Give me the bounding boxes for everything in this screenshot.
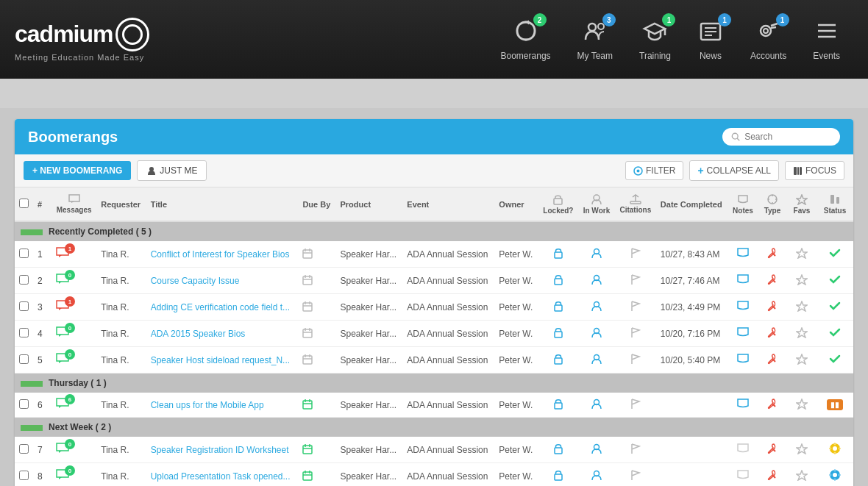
svg-rect-77 — [555, 448, 562, 454]
row-title-link[interactable]: Speaker Registration ID Worksheet — [151, 445, 289, 455]
flag-icon — [630, 301, 641, 312]
row-notes — [728, 393, 758, 418]
svg-point-13 — [732, 133, 738, 139]
group-row: Thursday ( 1 ) — [15, 374, 853, 393]
citations-col-label: Citations — [619, 206, 651, 214]
row-title[interactable]: Speaker Registration ID Worksheet — [146, 437, 299, 463]
row-type — [758, 347, 787, 374]
row-title[interactable]: Clean ups for the Mobile App — [146, 393, 299, 418]
row-title-link[interactable]: Conflict of Interest for Speaker Bios — [151, 249, 290, 260]
row-title[interactable]: Adding CE verification code field t... — [146, 294, 299, 321]
notes-icon — [737, 248, 749, 259]
nav-item-boomerangs[interactable]: 2 Boomerangs — [488, 10, 564, 68]
row-checkbox[interactable] — [19, 444, 29, 454]
table-row: 1 1 Tina R. Conflict of Interest for Spe… — [15, 241, 853, 268]
row-checkbox[interactable] — [19, 328, 29, 337]
calendar-icon — [302, 470, 313, 481]
row-num: 5 — [33, 347, 51, 374]
row-checkbox[interactable] — [19, 275, 29, 285]
row-due-by — [298, 347, 335, 374]
row-favs — [787, 393, 817, 418]
row-title-link[interactable]: Adding CE verification code field t... — [151, 302, 290, 312]
row-title-link[interactable]: Course Capacity Issue — [151, 276, 240, 286]
col-citations: Citations — [615, 187, 656, 221]
logo-area: cadmium Meeting Education Made Easy — [15, 18, 149, 62]
fav-icon — [796, 274, 808, 285]
nav-item-accounts[interactable]: 1 Accounts — [737, 10, 800, 68]
notes-icon — [737, 443, 749, 454]
row-title-link[interactable]: ADA 2015 Speaker Bios — [151, 329, 246, 339]
row-title-link[interactable]: Speaker Host sideload request_N... — [151, 355, 290, 365]
row-date-completed: 10/20, 5:40 PM — [656, 347, 728, 374]
row-event: ADA Annual Session — [402, 347, 494, 374]
nav-item-news[interactable]: 1 News — [684, 10, 737, 68]
row-num: 8 — [33, 463, 51, 487]
col-num: # — [33, 187, 51, 221]
row-num: 1 — [33, 241, 51, 268]
row-requester: Tina R. — [96, 268, 146, 294]
table-row: 3 1 Tina R. Adding CE verification code … — [15, 294, 853, 321]
row-title-link[interactable]: Clean ups for the Mobile App — [151, 400, 264, 410]
main-content: Boomerangs + NEW BOOMERANG JUST ME — [0, 108, 868, 486]
fav-icon — [796, 470, 808, 481]
row-title[interactable]: Speaker Host sideload request_N... — [146, 347, 299, 374]
svg-rect-56 — [555, 332, 562, 337]
row-messages: 0 — [51, 463, 96, 487]
status-check-icon — [828, 326, 842, 339]
messages-col-icon — [68, 194, 80, 204]
row-in-work — [578, 393, 615, 418]
logo-text: cadmium — [15, 18, 149, 51]
row-checkbox[interactable] — [19, 249, 29, 258]
row-event: ADA Annual Session — [402, 393, 494, 418]
tools-icon — [766, 443, 778, 454]
row-title[interactable]: Conflict of Interest for Speaker Bios — [146, 241, 299, 268]
nav-item-training[interactable]: 1 Training — [626, 10, 684, 68]
nav-item-my-team[interactable]: 3 My Team — [564, 10, 626, 68]
row-title-link[interactable]: Upload Presentation Task opened... — [151, 471, 291, 482]
notes-icon — [737, 399, 749, 410]
svg-rect-63 — [555, 358, 562, 364]
collapse-all-button[interactable]: + COLLAPSE ALL — [689, 160, 779, 181]
panel-header: Boomerangs — [15, 119, 853, 154]
type-col-label: Type — [764, 207, 781, 215]
svg-line-51 — [772, 306, 775, 309]
search-box[interactable] — [722, 128, 840, 146]
calendar-icon — [302, 248, 313, 259]
row-owner: Peter W. — [494, 321, 538, 347]
row-favs — [787, 241, 817, 268]
new-boomerang-button[interactable]: + NEW BOOMERANG — [24, 161, 131, 180]
row-locked — [538, 393, 578, 418]
row-title[interactable]: Upload Presentation Task opened... — [146, 463, 299, 487]
row-type — [758, 437, 787, 463]
news-label: News — [700, 51, 722, 61]
events-icon-wrap — [814, 18, 840, 46]
events-label: Events — [813, 51, 840, 61]
row-type — [758, 268, 787, 294]
svg-rect-66 — [303, 401, 312, 409]
focus-button[interactable]: FOCUS — [785, 161, 844, 180]
col-due-by: Due By — [298, 187, 335, 221]
person-icon — [591, 274, 602, 285]
row-title[interactable]: Course Capacity Issue — [146, 268, 299, 294]
just-me-button[interactable]: JUST ME — [137, 160, 207, 181]
row-checkbox[interactable] — [19, 301, 29, 311]
filter-label: FILTER — [646, 165, 675, 176]
row-favs — [787, 437, 817, 463]
calendar-icon — [302, 301, 313, 312]
row-checkbox[interactable] — [19, 354, 29, 364]
filter-button[interactable]: FILTER — [625, 161, 683, 180]
select-all-checkbox[interactable] — [19, 199, 29, 208]
nav-item-events[interactable]: Events — [800, 10, 853, 68]
msg-bubble: 1 — [56, 247, 69, 259]
row-title[interactable]: ADA 2015 Speaker Bios — [146, 321, 299, 347]
row-checkbox[interactable] — [19, 399, 29, 409]
svg-rect-82 — [834, 443, 836, 445]
row-checkbox[interactable] — [19, 471, 29, 480]
row-favs — [787, 347, 817, 374]
row-citations — [615, 294, 656, 321]
row-checkbox-cell — [15, 463, 33, 487]
svg-rect-20 — [800, 167, 802, 175]
row-citations — [615, 393, 656, 418]
search-input[interactable] — [744, 132, 831, 142]
msg-count: 0 — [65, 270, 75, 280]
